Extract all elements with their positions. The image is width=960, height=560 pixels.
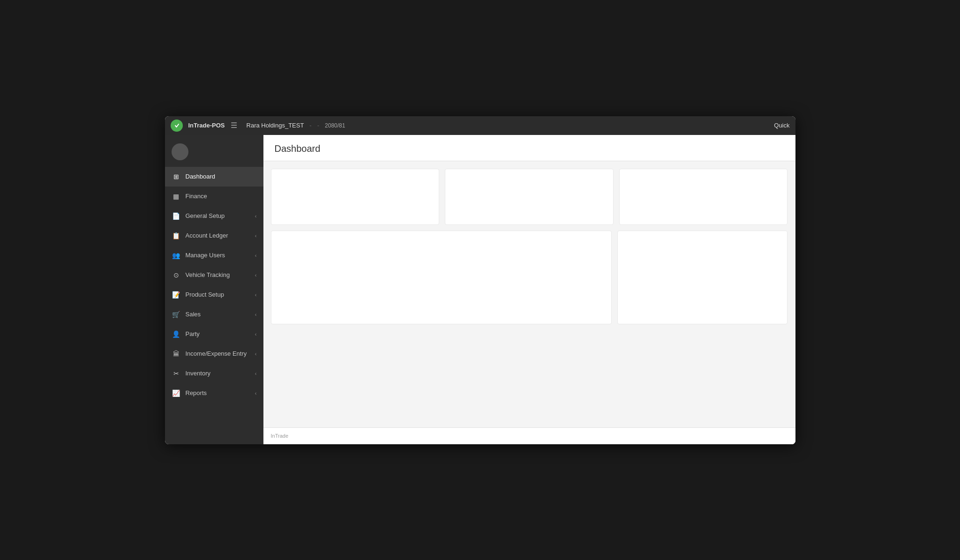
dashboard-wide-card	[271, 231, 612, 324]
account-ledger-label: Account Ledger	[186, 232, 253, 239]
separator-2: -	[317, 122, 319, 129]
party-label: Party	[186, 330, 253, 337]
account-ledger-icon: 📋	[172, 231, 181, 240]
reports-label: Reports	[186, 389, 253, 396]
content-header: Dashboard	[263, 135, 795, 161]
reports-icon: 📈	[172, 388, 181, 398]
sidebar-item-inventory[interactable]: ✂Inventory‹	[165, 364, 263, 383]
sales-icon: 🛒	[172, 310, 181, 319]
party-arrow-icon: ‹	[255, 331, 257, 337]
dashboard-card-2	[445, 169, 614, 225]
reports-arrow-icon: ‹	[255, 390, 257, 396]
company-name: Rara Holdings_TEST	[247, 122, 304, 129]
main-layout: ⊞Dashboard▦Finance📄General Setup‹📋Accoun…	[165, 135, 795, 444]
vehicle-tracking-label: Vehicle Tracking	[186, 271, 253, 278]
sidebar-item-reports[interactable]: 📈Reports‹	[165, 383, 263, 403]
inventory-arrow-icon: ‹	[255, 371, 257, 376]
product-setup-icon: 📝	[172, 290, 181, 299]
footer-text: InTrade	[271, 433, 289, 439]
sidebar-item-product-setup[interactable]: 📝Product Setup‹	[165, 285, 263, 305]
income-expense-arrow-icon: ‹	[255, 351, 257, 357]
sidebar-item-general-setup[interactable]: 📄General Setup‹	[165, 206, 263, 226]
vehicle-tracking-icon: ⊙	[172, 270, 181, 280]
general-setup-arrow-icon: ‹	[255, 213, 257, 219]
dashboard-body	[263, 161, 795, 427]
inventory-icon: ✂	[172, 369, 181, 378]
hamburger-icon[interactable]: ☰	[231, 121, 237, 130]
dashboard-card-1	[271, 169, 440, 225]
page-title: Dashboard	[275, 143, 321, 154]
finance-label: Finance	[186, 193, 257, 200]
vehicle-tracking-arrow-icon: ‹	[255, 272, 257, 278]
sidebar-item-party[interactable]: 👤Party‹	[165, 324, 263, 344]
dashboard-icon: ⊞	[172, 172, 181, 181]
product-setup-label: Product Setup	[186, 291, 253, 298]
app-window: InTrade-POS ☰ Rara Holdings_TEST - - 208…	[165, 116, 795, 444]
manage-users-label: Manage Users	[186, 252, 253, 259]
sales-arrow-icon: ‹	[255, 312, 257, 317]
avatar	[172, 143, 188, 160]
general-setup-label: General Setup	[186, 212, 253, 219]
manage-users-arrow-icon: ‹	[255, 253, 257, 258]
product-setup-arrow-icon: ‹	[255, 292, 257, 298]
dashboard-card-3	[619, 169, 788, 225]
app-logo	[171, 119, 183, 132]
party-icon: 👤	[172, 329, 181, 339]
dashboard-label: Dashboard	[186, 173, 257, 180]
sidebar-item-finance[interactable]: ▦Finance	[165, 187, 263, 206]
top-bar: InTrade-POS ☰ Rara Holdings_TEST - - 208…	[165, 116, 795, 135]
finance-icon: ▦	[172, 192, 181, 201]
content-footer: InTrade	[263, 427, 795, 444]
app-name: InTrade-POS	[188, 122, 225, 129]
income-expense-icon: 🏛	[172, 349, 181, 358]
income-expense-label: Income/Expense Entry	[186, 350, 253, 357]
sidebar-item-account-ledger[interactable]: 📋Account Ledger‹	[165, 226, 263, 246]
sidebar-item-dashboard[interactable]: ⊞Dashboard	[165, 167, 263, 187]
sidebar-profile	[165, 139, 263, 165]
account-ledger-arrow-icon: ‹	[255, 233, 257, 239]
dashboard-top-cards	[271, 169, 788, 225]
content-area: Dashboard InTrade	[263, 135, 795, 444]
separator-1: -	[309, 122, 311, 129]
inventory-label: Inventory	[186, 370, 253, 377]
general-setup-icon: 📄	[172, 211, 181, 221]
sidebar-item-vehicle-tracking[interactable]: ⊙Vehicle Tracking‹	[165, 265, 263, 285]
sidebar-item-income-expense[interactable]: 🏛Income/Expense Entry‹	[165, 344, 263, 364]
sidebar-item-sales[interactable]: 🛒Sales‹	[165, 305, 263, 324]
manage-users-icon: 👥	[172, 251, 181, 260]
dashboard-bottom-row	[271, 231, 788, 324]
dashboard-narrow-card	[617, 231, 788, 324]
quick-button[interactable]: Quick	[774, 122, 789, 129]
sidebar-item-manage-users[interactable]: 👥Manage Users‹	[165, 246, 263, 265]
fiscal-year-code: 2080/81	[325, 122, 345, 129]
svg-point-0	[174, 123, 180, 128]
sidebar: ⊞Dashboard▦Finance📄General Setup‹📋Accoun…	[165, 135, 263, 444]
sales-label: Sales	[186, 311, 253, 318]
